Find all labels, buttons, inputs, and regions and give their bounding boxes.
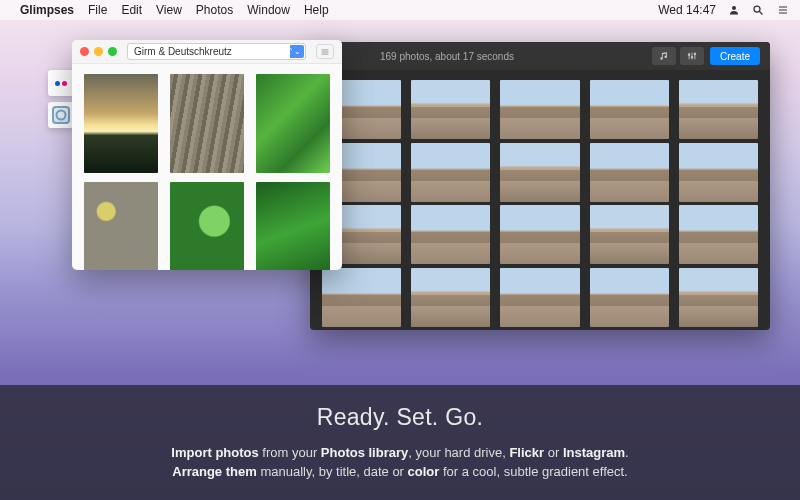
- menu-photos[interactable]: Photos: [196, 3, 233, 17]
- menu-help[interactable]: Help: [304, 3, 329, 17]
- album-thumb[interactable]: [170, 74, 244, 173]
- album-dropdown[interactable]: Girm & Deutschkreutz ⌃⌄: [127, 43, 306, 60]
- flickr-icon: [55, 81, 67, 86]
- main-window: 169 photos, about 17 seconds Create: [310, 42, 770, 330]
- photo-thumb[interactable]: [322, 268, 401, 327]
- main-toolbar: 169 photos, about 17 seconds Create: [310, 42, 770, 70]
- photo-grid: [310, 70, 770, 330]
- photo-thumb[interactable]: [500, 268, 579, 327]
- instagram-icon: [52, 106, 70, 124]
- photo-thumb[interactable]: [679, 268, 758, 327]
- menubar-clock: Wed 14:47: [658, 3, 716, 17]
- svg-point-1: [754, 6, 760, 12]
- photo-thumb[interactable]: [590, 205, 669, 264]
- chevron-updown-icon: ⌃⌄: [287, 48, 301, 56]
- menu-edit[interactable]: Edit: [121, 3, 142, 17]
- photo-thumb[interactable]: [500, 143, 579, 202]
- photo-thumb[interactable]: [679, 143, 758, 202]
- music-button[interactable]: [652, 47, 676, 65]
- flickr-tab[interactable]: [48, 70, 74, 96]
- menu-file[interactable]: File: [88, 3, 107, 17]
- app-menu[interactable]: Glimpses: [20, 3, 74, 17]
- album-picker-window: Girm & Deutschkreutz ⌃⌄: [72, 40, 342, 270]
- menu-extras-icon[interactable]: [776, 4, 790, 16]
- minimize-button[interactable]: [94, 47, 103, 56]
- album-thumb[interactable]: [256, 74, 330, 173]
- instagram-tab[interactable]: [48, 102, 74, 128]
- photo-thumb[interactable]: [590, 143, 669, 202]
- user-icon[interactable]: [728, 4, 740, 16]
- svg-point-9: [688, 54, 690, 56]
- spotlight-icon[interactable]: [752, 4, 764, 16]
- photo-thumb[interactable]: [590, 80, 669, 139]
- album-thumb[interactable]: [84, 74, 158, 173]
- album-thumb-grid: [72, 64, 342, 270]
- view-mode-button[interactable]: [316, 44, 334, 59]
- settings-button[interactable]: [680, 47, 704, 65]
- mac-menubar: Glimpses File Edit View Photos Window He…: [0, 0, 800, 20]
- window-controls: [80, 47, 117, 56]
- photo-thumb[interactable]: [411, 205, 490, 264]
- zoom-button[interactable]: [108, 47, 117, 56]
- photo-thumb[interactable]: [590, 268, 669, 327]
- source-tabs: [48, 70, 74, 128]
- status-text: 169 photos, about 17 seconds: [320, 51, 648, 62]
- marketing-headline: Ready. Set. Go.: [317, 404, 483, 431]
- marketing-band: Ready. Set. Go. Import photos from your …: [0, 385, 800, 500]
- photo-thumb[interactable]: [411, 268, 490, 327]
- photo-thumb[interactable]: [500, 80, 579, 139]
- create-button[interactable]: Create: [710, 47, 760, 65]
- album-titlebar: Girm & Deutschkreutz ⌃⌄: [72, 40, 342, 64]
- menu-view[interactable]: View: [156, 3, 182, 17]
- photo-thumb[interactable]: [411, 143, 490, 202]
- marketing-line-1: Import photos from your Photos library, …: [171, 443, 628, 463]
- svg-point-10: [691, 56, 693, 58]
- svg-point-11: [694, 53, 696, 55]
- album-thumb[interactable]: [170, 182, 244, 270]
- close-button[interactable]: [80, 47, 89, 56]
- svg-line-2: [760, 12, 763, 15]
- photo-thumb[interactable]: [500, 205, 579, 264]
- photo-thumb[interactable]: [411, 80, 490, 139]
- svg-point-0: [732, 6, 736, 10]
- photo-thumb[interactable]: [679, 205, 758, 264]
- marketing-line-2: Arrange them manually, by title, date or…: [172, 462, 627, 482]
- album-thumb[interactable]: [256, 182, 330, 270]
- photo-thumb[interactable]: [679, 80, 758, 139]
- album-dropdown-label: Girm & Deutschkreutz: [134, 46, 232, 57]
- album-thumb[interactable]: [84, 182, 158, 270]
- menu-window[interactable]: Window: [247, 3, 290, 17]
